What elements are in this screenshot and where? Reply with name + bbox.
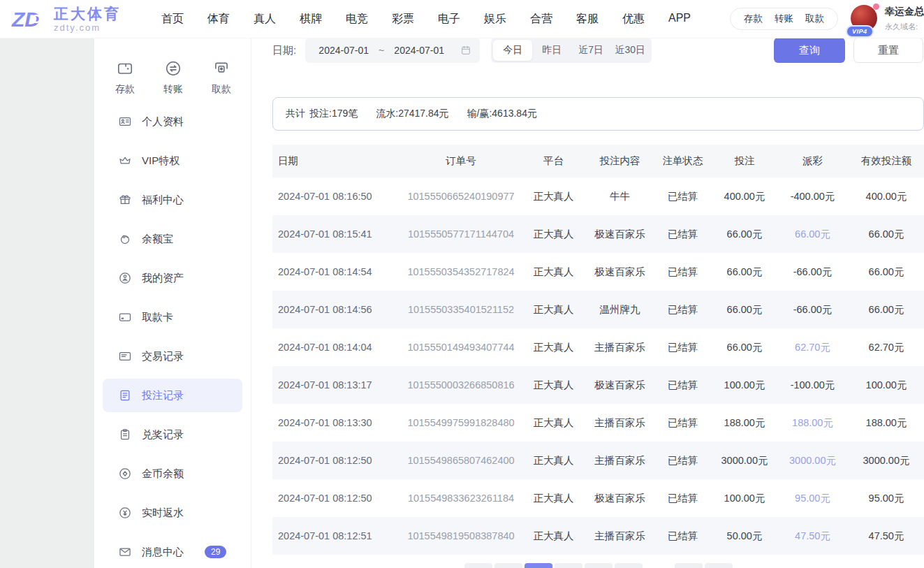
date-from-value[interactable]: 2024-07-01 [314, 45, 374, 56]
svg-text:ZD: ZD [11, 8, 40, 31]
wallet-action-3[interactable]: 取款 [805, 13, 824, 25]
sidebar-item-piggy-bank[interactable]: 余额宝 [103, 222, 242, 256]
pagination-button-8[interactable] [675, 563, 703, 568]
date-to-value[interactable]: 2024-07-01 [389, 45, 449, 56]
cell-content: 极速百家乐 [587, 479, 653, 517]
sidebar-item-crown[interactable]: VIP特权 [103, 144, 242, 177]
sidebar-item-coin[interactable]: 金币余额 [103, 457, 242, 490]
cell-valid: 47.50元 [849, 517, 924, 555]
mail-icon [118, 545, 132, 559]
unread-count-badge: 29 [205, 546, 226, 558]
nav-item-12[interactable]: APP [668, 12, 691, 27]
quick-range-2[interactable]: 昨日 [532, 40, 571, 61]
brand-logo-icon: ZD [11, 5, 47, 33]
page-body: 存款转账取款 个人资料VIP特权福利中心余额宝我的资产取款卡交易记录投注记录兑奖… [0, 38, 924, 568]
sidebar-item-assets[interactable]: 我的资产 [103, 261, 242, 295]
bets-table-head: 日期订单号平台投注内容注单状态投注派彩有效投注额 [272, 145, 924, 177]
quick-action-wallet[interactable]: 存款 [115, 59, 135, 96]
table-row: 2024-07-01 08:12:501015549865807462400正大… [272, 442, 924, 479]
bets-icon [118, 388, 132, 402]
cell-payout: -66.00元 [777, 291, 849, 328]
cell-valid: 3000.00元 [849, 442, 924, 479]
nav-item-9[interactable]: 合营 [530, 12, 552, 27]
bank-card-icon [118, 310, 132, 324]
summary-bar: 共计 投注:179笔流水:27417.84元输/赢:4613.84元 [272, 97, 924, 131]
cell-valid: 400.00元 [849, 177, 924, 215]
nav-item-2[interactable]: 体育 [207, 12, 230, 27]
pagination-button-3[interactable] [525, 563, 552, 568]
quick-range-1[interactable]: 今日 [493, 40, 532, 61]
search-button[interactable]: 查询 [774, 38, 845, 63]
filter-row: 日期: 2024-07-01 ~ 2024-07-01 今日昨日近7日近30日 … [272, 38, 924, 66]
cell-status: 已结算 [653, 328, 712, 366]
brand-logo[interactable]: ZD 正大体育 zdty.com [11, 5, 121, 33]
quick-action-withdraw[interactable]: 取款 [212, 59, 231, 96]
quick-range-4[interactable]: 近30日 [610, 40, 650, 61]
pagination-button-4[interactable] [555, 563, 582, 568]
nav-item-3[interactable]: 真人 [254, 12, 276, 27]
sidebar-item-label: 交易记录 [142, 350, 184, 363]
pagination-button-1[interactable] [464, 563, 492, 568]
sidebar-item-gift[interactable]: 福利中心 [103, 183, 242, 217]
reset-button[interactable]: 重置 [853, 38, 923, 63]
sidebar-item-redeem[interactable]: 兑奖记录 [103, 418, 242, 451]
cell-order: 1015549833623261184 [402, 479, 520, 517]
column-header-8: 有效投注额 [849, 145, 924, 177]
cell-bet: 66.00元 [712, 253, 777, 291]
pagination-button-5[interactable] [585, 563, 613, 568]
nav-item-8[interactable]: 娱乐 [484, 12, 506, 27]
cell-platform: 正大真人 [520, 442, 587, 479]
cell-platform: 正大真人 [520, 404, 587, 442]
cell-order: 1015549975991828480 [402, 404, 520, 442]
cell-platform: 正大真人 [520, 517, 587, 555]
calendar-icon-slot [460, 45, 471, 56]
cell-date: 2024-07-01 08:12:50 [272, 442, 402, 479]
cell-date: 2024-07-01 08:15:41 [272, 215, 402, 253]
sidebar-item-label: 福利中心 [142, 194, 184, 207]
quick-action-label: 存款 [115, 83, 135, 96]
cell-payout: 188.00元 [777, 404, 849, 442]
summary-item: 投注:179笔 [309, 108, 358, 119]
avatar[interactable]: VIP4 [851, 5, 879, 33]
quick-range-3[interactable]: 近7日 [571, 40, 610, 61]
quick-action-transfer[interactable]: 转账 [163, 59, 183, 96]
cell-status: 已结算 [653, 517, 712, 555]
sidebar-item-transactions[interactable]: 交易记录 [103, 340, 242, 373]
cell-payout: -66.00元 [777, 253, 849, 291]
nav-item-4[interactable]: 棋牌 [300, 12, 322, 27]
assets-icon [118, 271, 132, 285]
nav-item-1[interactable]: 首页 [161, 12, 184, 27]
sidebar-item-id-card[interactable]: 个人资料 [103, 105, 242, 138]
nav-item-5[interactable]: 电竞 [346, 12, 368, 27]
user-domain-label: 永久域名: [885, 22, 924, 32]
pagination-button-9[interactable] [705, 563, 733, 568]
date-range-input[interactable]: 2024-07-01 ~ 2024-07-01 [305, 38, 480, 63]
cell-content: 极速百家乐 [587, 366, 653, 404]
sidebar-item-bets[interactable]: 投注记录 [103, 379, 242, 412]
cell-status: 已结算 [653, 366, 712, 404]
cell-order: 1015550003266850816 [402, 366, 520, 404]
cell-payout: 62.70元 [777, 328, 849, 366]
nav-item-6[interactable]: 彩票 [392, 12, 414, 27]
pagination-button-2[interactable] [494, 563, 522, 568]
cell-payout: 47.50元 [777, 517, 849, 555]
pagination [272, 563, 924, 568]
nav-item-11[interactable]: 优惠 [622, 12, 645, 27]
nav-item-10[interactable]: 客服 [576, 12, 599, 27]
sidebar-item-rebate[interactable]: 实时返水 [103, 496, 242, 530]
sidebar-item-label: 余额宝 [142, 233, 173, 246]
cell-order: 1015550354352717824 [402, 253, 520, 291]
column-header-7: 派彩 [777, 145, 849, 177]
wallet-action-1[interactable]: 存款 [744, 13, 763, 25]
cell-payout: -100.00元 [777, 366, 849, 404]
cell-status: 已结算 [653, 404, 712, 442]
sidebar-item-bank-card[interactable]: 取款卡 [103, 300, 242, 334]
sidebar-item-label: 消息中心 [142, 546, 184, 559]
wallet-action-2[interactable]: 转账 [775, 13, 793, 25]
cell-order: 1015549819508387840 [402, 517, 520, 555]
cell-content: 极速百家乐 [587, 253, 653, 291]
nav-item-7[interactable]: 电子 [438, 12, 460, 27]
pagination-button-6[interactable] [615, 563, 643, 568]
cell-payout: 95.00元 [777, 479, 849, 517]
sidebar-item-mail[interactable]: 消息中心29 [103, 535, 242, 568]
